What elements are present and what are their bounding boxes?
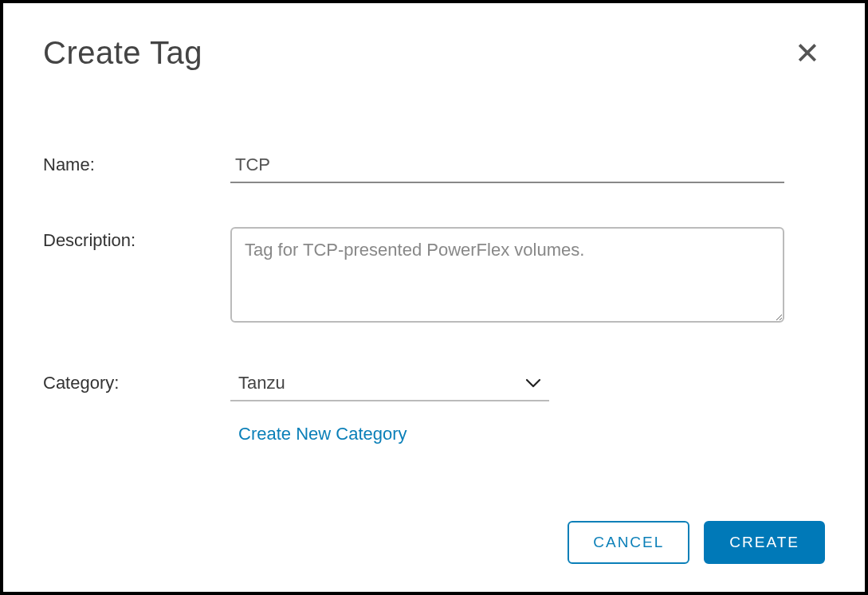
create-tag-dialog: Create Tag ✕ Name: Description: Tag for … (0, 0, 868, 595)
chevron-down-icon (525, 378, 541, 389)
create-new-category-link[interactable]: Create New Category (238, 424, 407, 444)
name-label: Name: (43, 151, 230, 175)
category-label: Category: (43, 370, 230, 393)
name-row: Name: (43, 151, 825, 183)
name-control (230, 151, 825, 183)
close-icon[interactable]: ✕ (790, 35, 825, 72)
category-control: Tanzu Create New Category (230, 370, 825, 444)
category-select[interactable]: Tanzu (230, 370, 549, 401)
description-row: Description: Tag for TCP-presented Power… (43, 227, 825, 326)
form-body: Name: Description: Tag for TCP-presented… (43, 151, 825, 521)
cancel-button[interactable]: CANCEL (568, 521, 689, 564)
create-button[interactable]: CREATE (704, 521, 825, 564)
category-selected-value: Tanzu (238, 373, 525, 393)
category-row: Category: Tanzu Create New Category (43, 370, 825, 444)
description-label: Description: (43, 227, 230, 251)
dialog-header: Create Tag ✕ (43, 35, 825, 72)
dialog-title: Create Tag (43, 35, 202, 71)
description-control: Tag for TCP-presented PowerFlex volumes. (230, 227, 825, 326)
name-input[interactable] (230, 151, 784, 183)
dialog-footer: CANCEL CREATE (43, 521, 825, 564)
description-textarea[interactable]: Tag for TCP-presented PowerFlex volumes. (230, 227, 784, 323)
